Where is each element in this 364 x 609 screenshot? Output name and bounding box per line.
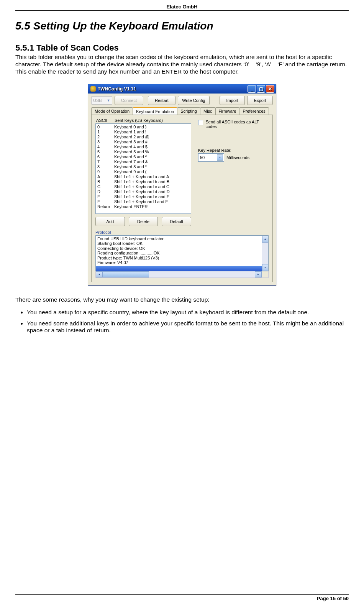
- table-row[interactable]: AShift Left + Keyboard a and A: [97, 174, 189, 179]
- subsection-heading: 5.5.1 Table of Scan Codes: [15, 43, 349, 53]
- minimize-button[interactable]: _: [248, 85, 256, 93]
- scroll-left-icon[interactable]: ◂: [96, 271, 103, 277]
- alt-codes-label: Send all ASCII codes as ALT codes: [205, 120, 269, 129]
- cell-sent-keys: Keyboard 6 and ^: [114, 154, 147, 159]
- cell-ascii: D: [97, 189, 114, 194]
- intro-paragraph: This tab folder enables you to change th…: [15, 54, 349, 76]
- add-button[interactable]: Add: [95, 217, 125, 226]
- cell-sent-keys: Keyboard ENTER: [114, 204, 148, 209]
- page-footer: Page 15 of 50: [15, 594, 349, 601]
- key-repeat-rate-label: Key Repeat Rate:: [198, 148, 269, 153]
- delete-button[interactable]: Delete: [129, 217, 158, 226]
- cell-sent-keys: Keyboard 1 and !: [114, 130, 146, 135]
- cell-sent-keys: Keyboard 3 and #: [114, 140, 148, 144]
- cell-ascii: 1: [97, 130, 114, 135]
- cell-ascii: C: [97, 184, 114, 189]
- tab-scripting[interactable]: Scripting: [177, 107, 200, 115]
- table-row[interactable]: 3Keyboard 3 and #: [97, 140, 189, 144]
- port-combo[interactable]: USB ▼: [91, 96, 112, 105]
- restart-button[interactable]: Restart: [148, 96, 175, 105]
- table-row[interactable]: EShift Left + Keyboard e and E: [97, 194, 189, 199]
- cell-ascii: 8: [97, 164, 114, 169]
- chevron-down-icon: ▼: [107, 98, 110, 102]
- scroll-right-icon[interactable]: ▸: [255, 271, 262, 277]
- table-row[interactable]: DShift Left + Keyboard d and D: [97, 189, 189, 194]
- alt-codes-checkbox[interactable]: Send all ASCII codes as ALT codes: [198, 120, 269, 129]
- table-row[interactable]: 0Keyboard 0 and ): [97, 125, 189, 130]
- page-header: Elatec GmbH: [15, 4, 349, 11]
- cell-sent-keys: Shift Left + Keyboard e and E: [114, 194, 169, 199]
- vertical-scrollbar[interactable]: ▴ ▾: [262, 236, 268, 271]
- cell-sent-keys: Keyboard 5 and %: [114, 149, 149, 154]
- cell-sent-keys: Keyboard 2 and @: [114, 135, 149, 140]
- window-title: TWNConfig V1.11: [98, 86, 136, 92]
- scan-list-header: ASCII Sent Keys (US Keyboard): [96, 118, 191, 123]
- app-icon: [90, 86, 96, 92]
- scroll-thumb[interactable]: [102, 271, 149, 277]
- connect-button[interactable]: Connect: [115, 96, 144, 105]
- cell-ascii: 5: [97, 149, 114, 154]
- tab-misc[interactable]: Misc: [200, 107, 216, 115]
- table-row[interactable]: 7Keyboard 7 and &: [97, 159, 189, 164]
- titlebar[interactable]: TWNConfig V1.11 _ ▢ ✕: [88, 84, 276, 94]
- after-paragraph: There are some reasons, why you may want…: [15, 296, 349, 304]
- table-row[interactable]: 6Keyboard 6 and ^: [97, 154, 189, 159]
- key-repeat-rate-value: 50: [200, 155, 205, 160]
- cell-ascii: 6: [97, 154, 114, 159]
- cell-ascii: E: [97, 194, 114, 199]
- tab-keyboard-emulation[interactable]: Keyboard Emulation: [133, 107, 177, 115]
- list-item: You need a setup for a specific country,…: [27, 309, 349, 316]
- tab-mode-of-operation[interactable]: Mode of Operation: [91, 107, 133, 115]
- table-row[interactable]: 4Keyboard 4 and $: [97, 144, 189, 149]
- col-ascii: ASCII: [96, 118, 115, 123]
- scroll-down-icon[interactable]: ▾: [262, 264, 268, 271]
- cell-sent-keys: Keyboard 8 and *: [114, 164, 147, 169]
- table-row[interactable]: BShift Left + Keyboard b and B: [97, 179, 189, 184]
- cell-sent-keys: Shift Left + Keyboard f and F: [114, 199, 168, 204]
- cell-ascii: A: [97, 174, 114, 179]
- key-repeat-rate-unit: Milliseconds: [226, 155, 249, 160]
- maximize-button[interactable]: ▢: [257, 85, 265, 93]
- tab-preferences[interactable]: Preferences: [239, 107, 269, 115]
- cell-ascii: 2: [97, 135, 114, 140]
- cell-sent-keys: Shift Left + Keyboard c and C: [114, 184, 169, 189]
- table-row[interactable]: 9Keyboard 9 and (: [97, 169, 189, 174]
- table-row[interactable]: ReturnKeyboard ENTER: [97, 204, 189, 209]
- checkbox-icon: [198, 120, 203, 125]
- chevron-down-icon: ▾: [217, 154, 223, 161]
- port-combo-value: USB: [93, 98, 102, 103]
- table-row[interactable]: 8Keyboard 8 and *: [97, 164, 189, 169]
- cell-sent-keys: Keyboard 0 and ): [114, 125, 146, 130]
- protocol-textbox[interactable]: Found USB HID keyboard emulator. Startin…: [95, 235, 269, 271]
- cell-ascii: 3: [97, 140, 114, 144]
- cell-sent-keys: Keyboard 4 and $: [114, 144, 148, 149]
- protocol-label: Protocol: [95, 230, 269, 235]
- scroll-up-icon[interactable]: ▴: [262, 236, 268, 243]
- cell-sent-keys: Shift Left + Keyboard b and B: [114, 179, 169, 184]
- tab-firmware[interactable]: Firmware: [215, 107, 240, 115]
- import-button[interactable]: Import: [220, 96, 245, 105]
- cell-sent-keys: Keyboard 9 and (: [114, 169, 146, 174]
- close-button[interactable]: ✕: [266, 85, 274, 93]
- cell-ascii: 9: [97, 169, 114, 174]
- key-repeat-rate-combo[interactable]: 50 ▾: [198, 153, 224, 162]
- table-row[interactable]: FShift Left + Keyboard f and F: [97, 199, 189, 204]
- table-row[interactable]: 1Keyboard 1 and !: [97, 130, 189, 135]
- cell-ascii: 7: [97, 159, 114, 164]
- table-row[interactable]: 2Keyboard 2 and @: [97, 135, 189, 140]
- horizontal-scrollbar[interactable]: ◂ ▸: [95, 271, 269, 278]
- scan-code-list[interactable]: 0Keyboard 0 and )1Keyboard 1 and !2Keybo…: [95, 123, 191, 214]
- write-config-button[interactable]: Write Config: [178, 96, 210, 105]
- default-button[interactable]: Default: [162, 217, 191, 226]
- list-item: You need some additional keys in order t…: [27, 320, 349, 335]
- cell-ascii: F: [97, 199, 114, 204]
- cell-ascii: 4: [97, 144, 114, 149]
- table-row[interactable]: CShift Left + Keyboard c and C: [97, 184, 189, 189]
- table-row[interactable]: 5Keyboard 5 and %: [97, 149, 189, 154]
- export-button[interactable]: Export: [247, 96, 273, 105]
- tab-bar: Mode of Operation Keyboard Emulation Scr…: [91, 107, 273, 115]
- col-sent-keys: Sent Keys (US Keyboard): [115, 118, 163, 123]
- section-heading: 5.5 Setting Up the Keyboard Emulation: [15, 20, 349, 32]
- cell-ascii: 0: [97, 125, 114, 130]
- protocol-text: Found USB HID keyboard emulator. Startin…: [96, 236, 268, 271]
